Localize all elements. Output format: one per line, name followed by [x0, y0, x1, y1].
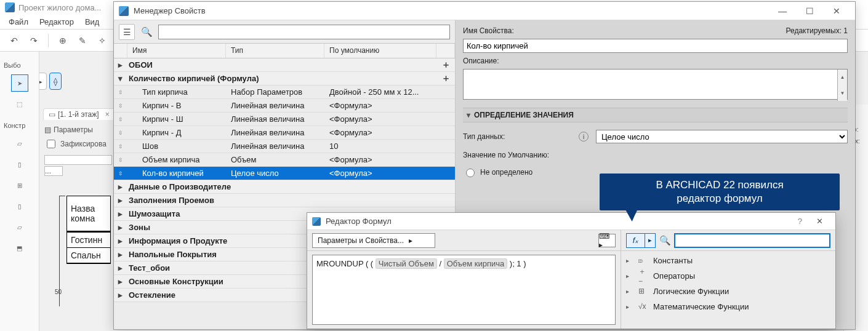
inject-button[interactable] [94, 33, 110, 49]
property-item-row[interactable]: ⇳Кирпич - ВЛинейная величина<Формула> [114, 99, 455, 113]
expand-icon[interactable]: ▸ [114, 277, 126, 286]
marquee-mode-3[interactable]: ⟠ [49, 73, 62, 90]
property-group-row[interactable]: ▾Количество кирпичей (Формула)＋ [114, 72, 455, 86]
property-item-row[interactable]: ⇳ШовЛинейная величина10 [114, 140, 455, 153]
prop-type: Целое число [226, 169, 324, 178]
expand-icon[interactable]: ▸ [626, 257, 633, 264]
property-item-row[interactable]: ⇳Кирпич - ШЛинейная величина<Формула> [114, 113, 455, 126]
token-brick-volume[interactable]: Объем кирпича [444, 258, 508, 269]
function-group-row[interactable]: ▸√xМатематические Функции [626, 300, 830, 313]
arrow-tool[interactable]: ➤ [11, 74, 28, 92]
group-name: Заполнения Проемов [126, 196, 455, 205]
close-button[interactable]: ✕ [823, 2, 850, 20]
drag-handle-icon[interactable]: ⇳ [114, 170, 127, 177]
measure-button[interactable] [55, 33, 71, 49]
redo-button[interactable] [26, 33, 42, 49]
property-item-row[interactable]: ⇳Объем кирпичаОбъем<Формула> [114, 153, 455, 167]
fx-button-group[interactable]: fₓ ▸ [626, 233, 656, 248]
expand-icon[interactable]: ▸ [114, 209, 126, 218]
property-item-row[interactable]: ⇳Тип кирпичаНабор ПараметровДвойной - 25… [114, 86, 455, 99]
expand-icon[interactable]: ▸ [114, 263, 126, 273]
property-item-row[interactable]: ⇳Кирпич - ДЛинейная величина<Формула> [114, 126, 455, 140]
help-icon[interactable]: ? [798, 217, 802, 226]
drag-handle-icon[interactable]: ⇳ [114, 143, 127, 150]
add-property-button[interactable]: ＋ [436, 59, 455, 71]
wall-tool[interactable]: ▱ [11, 135, 28, 152]
column-tool[interactable]: ▯ [11, 197, 28, 215]
fe-logo-icon [312, 217, 321, 226]
undo-button[interactable] [6, 33, 22, 49]
function-group-row[interactable]: ▸⊞Логические Функции [626, 284, 830, 298]
doc-tab-label: [1. 1-й этаж] [58, 110, 99, 119]
add-property-button[interactable]: ＋ [436, 73, 455, 84]
property-name-input[interactable] [463, 39, 848, 53]
expand-icon[interactable]: ▸ [626, 273, 633, 279]
fx-menu-button[interactable]: ▸ [645, 233, 656, 248]
fe-close-button[interactable]: ✕ [808, 213, 830, 230]
minimize-button[interactable]: — [769, 2, 796, 20]
function-group-row[interactable]: ▸＋−Операторы [626, 269, 830, 282]
maximize-button[interactable]: ☐ [796, 2, 823, 20]
token-net-volume[interactable]: Чистый Объем [376, 258, 437, 269]
property-group-row[interactable]: ▸ОБОИ＋ [114, 58, 455, 72]
close-tab-icon[interactable]: × [105, 110, 110, 119]
info-icon[interactable]: i [579, 132, 589, 142]
prop-default: Двойной - 250 мм x 12... [324, 87, 455, 97]
drag-handle-icon[interactable]: ⇳ [114, 103, 127, 109]
col-name[interactable]: Имя [127, 44, 226, 58]
door-tool[interactable]: ▯ [11, 156, 28, 173]
window-tool[interactable]: ⊞ [11, 177, 28, 194]
tree-view-button[interactable]: ☰ [119, 24, 135, 40]
pm-titlebar[interactable]: Менеджер Свойств — ☐ ✕ [114, 2, 855, 20]
fix-checkbox[interactable]: Зафиксирова [44, 138, 112, 150]
section-definition[interactable]: ▾ ОПРЕДЕЛЕНИЕ ЗНАЧЕНИЯ [463, 108, 848, 122]
expand-icon[interactable]: ▾ [114, 74, 126, 83]
property-group-row[interactable]: ▸Заполнения Проемов [114, 194, 455, 207]
menu-file[interactable]: Файл [9, 17, 28, 26]
col-default[interactable]: По умолчанию [324, 44, 436, 58]
param-slot-2[interactable]: ... [44, 166, 63, 176]
expand-icon[interactable]: ▸ [626, 288, 633, 295]
callout-line2: редактор формул [608, 192, 831, 205]
beam-tool[interactable]: ▱ [11, 218, 28, 236]
description-input[interactable] [463, 69, 848, 100]
fe-body: Параметры и Свойства... ▸ ⌨ ▸ MROUNDUP (… [307, 230, 835, 329]
description-scroll[interactable]: ▲▼ [837, 70, 847, 101]
eyedropper-button[interactable] [74, 33, 90, 49]
formula-editor-textarea[interactable]: MROUNDUP ( ( Чистый Объем / Объем кирпич… [312, 255, 616, 325]
expand-icon[interactable]: ▸ [114, 182, 126, 191]
keyboard-button[interactable]: ⌨ ▸ [598, 234, 616, 247]
fe-left-panel: Параметры и Свойства... ▸ ⌨ ▸ MROUNDUP (… [307, 230, 621, 329]
doc-tab-floor1[interactable]: ▭ [1. 1-й этаж] × [43, 108, 115, 120]
expand-icon[interactable]: ▸ [114, 223, 126, 232]
fe-search-input[interactable] [674, 233, 830, 248]
drag-handle-icon[interactable]: ⇳ [114, 130, 127, 136]
undefined-radio-input[interactable] [466, 169, 475, 177]
property-item-row[interactable]: ⇳Кол-во кирпичейЦелое число<Формула> [114, 167, 455, 180]
drag-handle-icon[interactable]: ⇳ [114, 89, 127, 95]
param-slot-1[interactable] [44, 155, 112, 165]
menu-edit[interactable]: Редактор [39, 17, 74, 26]
datatype-select[interactable]: Целое число [596, 130, 848, 143]
col-type[interactable]: Тип [226, 44, 324, 58]
expand-icon[interactable]: ▸ [114, 236, 126, 245]
function-group-row[interactable]: ▸⎄Константы [626, 253, 830, 267]
expand-icon[interactable]: ▸ [114, 60, 126, 70]
fe-titlebar[interactable]: Редактор Формул ? ✕ [307, 213, 835, 230]
expand-icon[interactable]: ▸ [626, 303, 633, 310]
expand-icon[interactable]: ▸ [114, 196, 126, 205]
drag-handle-icon[interactable]: ⇳ [114, 157, 127, 163]
parameters-dropdown[interactable]: Параметры и Свойства... ▸ [312, 233, 435, 248]
drag-handle-icon[interactable]: ⇳ [114, 116, 127, 122]
search-icon[interactable]: 🔍 [139, 24, 155, 40]
expand-icon[interactable]: ▸ [114, 250, 126, 259]
menu-view[interactable]: Вид [85, 17, 100, 26]
expand-icon[interactable]: ▸ [114, 290, 126, 300]
fx-button[interactable]: fₓ [626, 233, 645, 248]
parameters-header[interactable]: ▤ Параметры [44, 126, 112, 134]
property-group-row[interactable]: ▸Данные о Производителе [114, 180, 455, 194]
slab-tool[interactable]: ⬒ [11, 239, 28, 257]
search-input[interactable] [158, 25, 450, 39]
fix-checkbox-input[interactable] [47, 140, 55, 148]
marquee-tool[interactable]: ⬚ [11, 95, 28, 113]
